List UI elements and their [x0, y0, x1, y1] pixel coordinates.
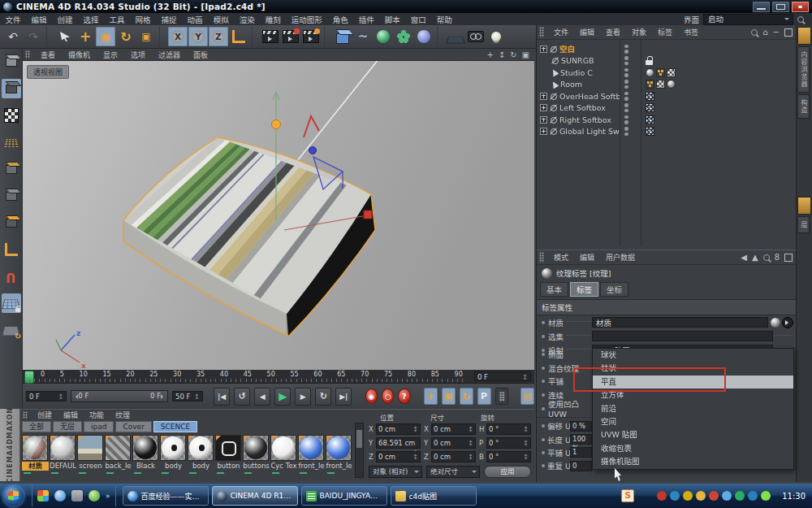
lock-tag-icon[interactable] — [646, 56, 654, 65]
polygon-mode-button[interactable] — [2, 186, 21, 206]
drag-handle[interactable] — [539, 252, 544, 263]
material-item[interactable]: front_le — [326, 435, 352, 471]
view-label[interactable]: 透视视图 — [27, 65, 69, 79]
material-item[interactable]: Black — [132, 435, 159, 471]
tray-icon[interactable] — [722, 491, 732, 501]
tray-icon[interactable] — [748, 491, 758, 501]
expander-icon[interactable] — [540, 93, 547, 100]
menu-item[interactable]: 工具 — [104, 15, 130, 24]
projection-option[interactable]: 空间 — [593, 415, 793, 428]
key-scale-toggle[interactable]: ▣ — [442, 388, 456, 405]
material-item[interactable]: screen — [77, 435, 104, 471]
timeline-end-field[interactable]: 0 F — [474, 371, 531, 381]
rotate-tool-button[interactable]: ↻ — [116, 27, 136, 46]
selection-field[interactable] — [592, 331, 773, 341]
key-rotation-toggle[interactable]: ↻ — [460, 388, 473, 405]
key-pla-toggle[interactable]: ⣿ — [495, 388, 509, 405]
quick-launch-icon[interactable] — [89, 490, 100, 501]
layout-select[interactable]: 启动 — [703, 14, 793, 25]
tray-icon[interactable] — [696, 491, 706, 501]
z-axis-lock-button[interactable]: Z — [209, 27, 228, 46]
material-menu-item[interactable]: 编辑 — [58, 411, 84, 419]
expander-icon[interactable] — [540, 104, 547, 111]
object-row[interactable]: OverHead Softbox — [537, 90, 796, 102]
add-light-button[interactable] — [486, 27, 506, 46]
material-thumbnail[interactable] — [132, 435, 158, 461]
autokey-button[interactable]: ○ — [382, 389, 394, 404]
menu-item[interactable]: 脚本 — [379, 15, 405, 24]
next-frame-button[interactable]: ▶ — [295, 388, 311, 406]
menu-item[interactable]: 捕捉 — [156, 15, 182, 24]
material-item[interactable]: button — [215, 435, 242, 471]
expander-icon[interactable] — [540, 46, 547, 53]
start-button[interactable] — [3, 486, 24, 506]
home-icon[interactable]: ⌂ — [762, 28, 767, 37]
material-item[interactable]: Cyc Tex — [270, 435, 297, 471]
material-item[interactable]: body — [160, 435, 187, 471]
menu-item[interactable]: 渲染 — [234, 15, 260, 24]
menu-item[interactable]: 文件 — [0, 15, 26, 24]
panel-icon[interactable] — [784, 28, 793, 37]
uv-value-field[interactable]: 0 % — [570, 421, 592, 432]
add-cube-button[interactable] — [333, 27, 352, 46]
tray-icon[interactable] — [735, 491, 745, 501]
object-row[interactable]: Right Softbox — [537, 114, 796, 126]
object-row[interactable]: Global Light Switch — [537, 126, 796, 138]
xpresso-tag-icon[interactable] — [646, 103, 654, 112]
taskbar-task-button[interactable]: 百度经验——实用... — [123, 486, 209, 506]
zoom-view-icon[interactable]: ↕ — [499, 50, 505, 59]
material-item[interactable]: front_le — [298, 435, 325, 471]
material-name[interactable]: body — [160, 462, 187, 471]
redo-button[interactable]: ↷ — [24, 27, 43, 46]
viewport-menu-item[interactable]: 选项 — [124, 51, 152, 59]
scale-tool-button[interactable]: ▣ — [96, 27, 115, 46]
drag-handle[interactable] — [25, 50, 30, 59]
checker-tag-icon[interactable] — [667, 68, 676, 77]
y-axis-lock-button[interactable]: Y — [188, 27, 208, 46]
projection-option[interactable]: 前沿 — [593, 402, 793, 415]
xpresso-tag-icon[interactable] — [646, 115, 654, 124]
material-item[interactable]: 材质 — [22, 435, 49, 471]
object-row[interactable]: 空白 — [537, 43, 796, 55]
go-to-start-button[interactable]: |◀ — [214, 388, 230, 406]
chain-icon[interactable]: 8 — [775, 253, 780, 262]
visibility-dots[interactable] — [624, 56, 628, 65]
workplane-mode-button[interactable] — [2, 293, 21, 313]
object-row[interactable]: Left Softbox — [537, 102, 796, 115]
attribute-tab[interactable]: 标签 — [570, 282, 598, 297]
material-menu-item[interactable]: 创建 — [32, 411, 58, 419]
visibility-dots[interactable] — [624, 92, 628, 101]
viewport-menu-item[interactable]: 摄像机 — [62, 51, 97, 59]
previous-frame-button[interactable]: ◀ — [254, 388, 270, 406]
material-name[interactable]: Cyc Tex — [270, 462, 297, 471]
coordinate-field[interactable]: 0 cm — [376, 451, 421, 462]
coordinate-field[interactable]: 0 ° — [486, 451, 531, 462]
coordinate-field[interactable]: 0 cm — [431, 451, 476, 462]
material-thumbnail[interactable] — [270, 435, 296, 461]
rotate-view-icon[interactable]: ↻ — [510, 50, 516, 59]
material-item[interactable]: body — [188, 435, 214, 471]
object-name[interactable]: SUNRGB — [561, 56, 594, 65]
add-spline-button[interactable]: ~ — [353, 27, 373, 46]
material-scrollbar[interactable] — [355, 423, 364, 478]
x-axis-lock-button[interactable]: X — [168, 27, 188, 46]
projection-option[interactable]: 收缩包裹 — [593, 442, 793, 455]
object-name[interactable]: OverHead Softbox — [559, 92, 620, 101]
viewport-menu-item[interactable]: 查看 — [34, 51, 62, 59]
material-thumbnail[interactable] — [188, 435, 214, 461]
menu-item[interactable]: 窗口 — [405, 15, 431, 24]
projection-option[interactable]: UVW 贴图 — [593, 428, 793, 441]
material-item[interactable]: buttons — [243, 435, 270, 471]
go-to-end-button[interactable]: ▶| — [335, 388, 352, 406]
chevron-icon[interactable]: » — [106, 492, 110, 500]
tray-icon[interactable] — [761, 491, 771, 501]
objects-tab-icon[interactable] — [797, 27, 811, 45]
expander-icon[interactable] — [540, 116, 547, 124]
material-layer-tab[interactable]: 无层 — [53, 421, 82, 432]
material-thumbnail[interactable] — [215, 435, 241, 461]
object-name[interactable]: 空白 — [559, 43, 575, 54]
viewport-menu-item[interactable]: 面板 — [187, 51, 214, 59]
coordinate-field[interactable]: 68.591 cm — [376, 437, 421, 449]
add-camera-button[interactable] — [466, 27, 486, 46]
quantize-button[interactable]: ↻ — [2, 320, 21, 340]
